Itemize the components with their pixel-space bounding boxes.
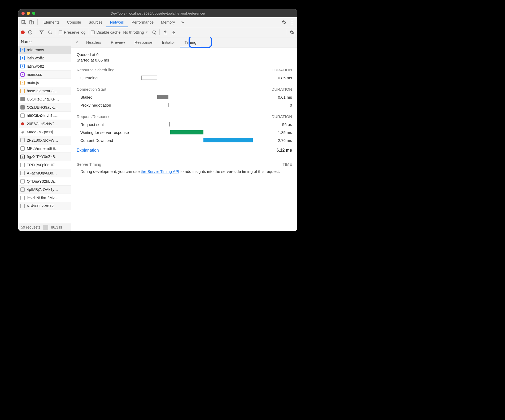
request-row[interactable]: ⊘MadqZslZpo1sj…: [18, 128, 71, 136]
throttling-value: No throttling: [123, 30, 144, 34]
request-row[interactable]: AFacMOgv6D0…: [18, 169, 71, 177]
timing-bar-cell: [141, 122, 263, 127]
timing-bar: [157, 95, 168, 99]
tab-memory[interactable]: Memory: [157, 17, 179, 27]
throttling-select[interactable]: No throttling ▼: [123, 30, 148, 34]
request-name: 2P2L80XfBoFW…: [27, 138, 58, 142]
timing-row: Content Download2.76 ms: [77, 136, 292, 144]
preserve-log-checkbox[interactable]: Preserve log: [59, 30, 85, 34]
request-row[interactable]: 4pIMBj7zOAk1y…: [18, 186, 71, 194]
tabs-overflow-button[interactable]: »: [179, 19, 186, 25]
detail-tab-response[interactable]: Response: [130, 37, 157, 47]
server-timing-text: During development, you can use the Serv…: [77, 169, 292, 175]
request-name: AFacMOgv6D0…: [27, 171, 57, 175]
timing-bar-cell: [141, 75, 263, 80]
request-name: 20E6CLcSzNV2…: [27, 122, 58, 126]
timing-value: 0.61 ms: [263, 95, 292, 99]
request-row[interactable]: Tlatin.woff2: [18, 54, 71, 62]
disable-cache-label: Disable cache: [96, 30, 120, 34]
file-type-icon: ·: [20, 81, 25, 85]
timing-value: 2.76 ms: [263, 138, 292, 143]
requests-list: ≡reference/Tlatin.woff2Tlatin.woff2✎main…: [18, 46, 71, 223]
tab-network[interactable]: Network: [106, 17, 128, 27]
timing-row: Queueing0.85 ms: [77, 74, 292, 82]
network-conditions-icon[interactable]: [151, 29, 157, 35]
file-type-icon: ≡: [20, 48, 25, 52]
request-row[interactable]: Tlatin.woff2: [18, 62, 71, 71]
request-row[interactable]: O2sIJEHG9avK…: [18, 103, 71, 112]
timing-body: Queued at 0 Started at 0.85 ms Resource …: [71, 47, 297, 231]
timing-label: Request sent: [80, 122, 141, 127]
disable-cache-checkbox[interactable]: Disable cache: [91, 30, 120, 34]
search-icon[interactable]: [47, 29, 53, 35]
request-row[interactable]: ·base-element-3…: [18, 87, 71, 95]
request-row[interactable]: ·main.js: [18, 79, 71, 87]
settings-gear-icon[interactable]: [280, 19, 288, 26]
request-row[interactable]: ✲9gzXiTYY0nZzB…: [18, 153, 71, 161]
file-type-icon: [20, 97, 25, 101]
transfer-size: 86.3 kl: [48, 225, 64, 229]
clear-icon[interactable]: [27, 29, 33, 35]
timing-label: Stalled: [80, 95, 141, 99]
request-name: latin.woff2: [27, 56, 44, 60]
svg-line-4: [29, 31, 32, 34]
timing-label: Content Download: [80, 138, 141, 143]
request-row[interactable]: TRFujw0pi0nHF…: [18, 161, 71, 169]
explanation-link[interactable]: Explanation: [77, 148, 99, 153]
queued-at: Queued at 0: [77, 52, 292, 57]
requests-count: 59 requests: [18, 225, 43, 229]
timing-section-header: Resource SchedulingDURATION: [77, 68, 292, 72]
file-type-icon: [20, 171, 25, 175]
record-button[interactable]: [21, 30, 25, 34]
request-row[interactable]: U5OHzQL4tEKF…: [18, 95, 71, 103]
tab-elements[interactable]: Elements: [40, 17, 63, 27]
timing-bar: [170, 130, 203, 134]
requests-sidebar: Name ≡reference/Tlatin.woff2Tlatin.woff2…: [18, 37, 71, 231]
content-area: Name ≡reference/Tlatin.woff2Tlatin.woff2…: [18, 37, 297, 231]
close-detail-button[interactable]: ×: [73, 40, 80, 45]
request-row[interactable]: MPcVmmemtEE…: [18, 145, 71, 153]
timing-row: Stalled0.61 ms: [77, 93, 292, 101]
request-row[interactable]: QTDnaY32hLDi…: [18, 177, 71, 186]
timing-bar: [168, 103, 169, 107]
request-row[interactable]: VSk4XiLkW8TZ: [18, 202, 71, 210]
sidebar-header[interactable]: Name: [18, 37, 71, 46]
download-har-icon[interactable]: [171, 29, 177, 35]
panel-settings-gear-icon[interactable]: [289, 29, 295, 35]
request-row[interactable]: h90CtfziXluvh1L…: [18, 112, 71, 120]
timing-bar-cell: [141, 103, 263, 107]
timing-label: Proxy negotiation: [80, 103, 141, 107]
timing-footer: Explanation 6.12 ms: [77, 144, 292, 155]
detail-tab-timing[interactable]: Timing: [180, 37, 201, 47]
separator: [37, 19, 38, 25]
request-row[interactable]: 20E6CLcSzNV2…: [18, 120, 71, 128]
request-row[interactable]: ✎main.css: [18, 71, 71, 79]
file-type-icon: [20, 196, 25, 200]
filter-icon[interactable]: [39, 29, 45, 35]
tab-sources[interactable]: Sources: [85, 17, 106, 27]
timing-bar-cell: [141, 130, 263, 135]
request-name: QTDnaY32hLDi…: [27, 179, 58, 183]
device-toolbar-icon[interactable]: [28, 19, 35, 26]
request-row[interactable]: ≡reference/: [18, 46, 71, 54]
sidebar-status: 59 requests 86.3 kl: [18, 223, 71, 231]
detail-tab-preview[interactable]: Preview: [106, 37, 130, 47]
file-type-icon: [20, 179, 25, 183]
detail-tab-headers[interactable]: Headers: [81, 37, 106, 47]
tab-performance[interactable]: Performance: [128, 17, 157, 27]
separator: [88, 29, 88, 35]
request-row[interactable]: lHvzbNUlrm2Mv…: [18, 194, 71, 202]
detail-tab-initiator[interactable]: Initiator: [157, 37, 180, 47]
timing-section-header: Request/ResponseDURATION: [77, 114, 292, 119]
inspect-icon[interactable]: [20, 19, 27, 26]
timing-value: 56 µs: [263, 122, 292, 127]
tab-console[interactable]: Console: [63, 17, 85, 27]
request-name: U5OHzQL4tEKF…: [27, 97, 59, 101]
request-row[interactable]: 2P2L80XfBoFW…: [18, 136, 71, 145]
more-menu-icon[interactable]: ⋮: [288, 19, 296, 26]
upload-har-icon[interactable]: [162, 29, 168, 35]
server-timing-time-label: TIME: [282, 162, 292, 167]
server-timing-api-link[interactable]: the Server Timing API: [141, 169, 179, 174]
checkbox-icon: [59, 30, 62, 34]
file-type-icon: ✲: [20, 155, 25, 159]
